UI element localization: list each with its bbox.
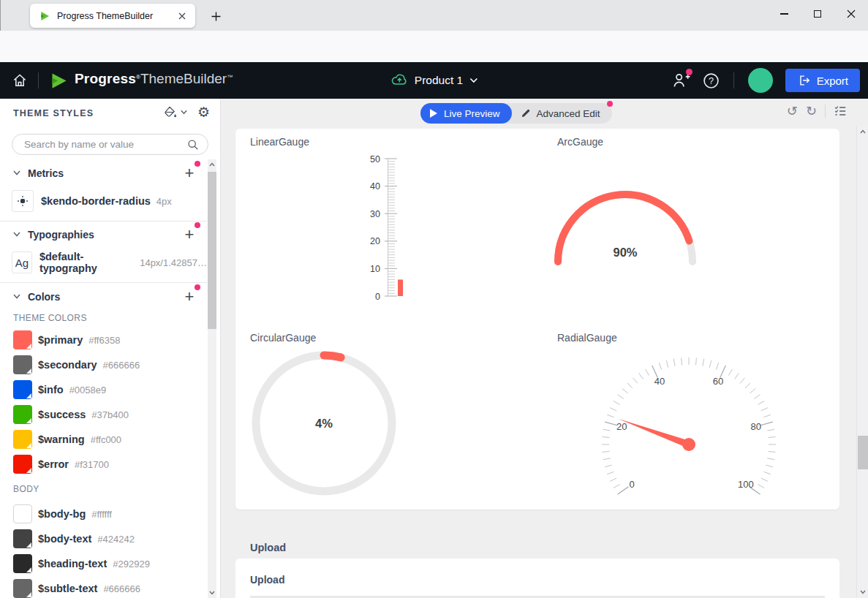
scrollbar-thumb[interactable] <box>858 436 868 469</box>
group-body-label: BODY <box>13 484 39 494</box>
color-swatch[interactable] <box>13 529 32 548</box>
advanced-edit-button[interactable]: Advanced Edit <box>512 103 612 124</box>
color-item-subtle-text[interactable]: $subtle-text#666666 <box>0 576 207 598</box>
color-name: $subtle-text <box>38 583 97 594</box>
svg-text:20: 20 <box>616 421 627 432</box>
circular-gauge-chart: 4% <box>247 347 401 500</box>
color-name: $error <box>38 458 69 470</box>
sidebar-search-input[interactable] <box>24 139 187 150</box>
window-minimize-button[interactable] <box>767 0 801 28</box>
scroll-down-icon[interactable] <box>209 591 215 595</box>
notification-dot <box>607 101 613 107</box>
chevron-down-icon[interactable] <box>13 170 20 175</box>
page-scrollbar[interactable] <box>856 126 868 598</box>
scroll-up-icon[interactable] <box>860 129 866 134</box>
section-colors[interactable]: Colors + <box>0 287 207 308</box>
svg-text:0: 0 <box>375 292 380 302</box>
typography-ag-icon: Ag <box>12 251 32 273</box>
color-swatch[interactable] <box>13 330 32 349</box>
browser-tab[interactable]: Progress ThemeBuilder <box>30 4 195 28</box>
color-name: $primary <box>38 334 83 346</box>
tab-title: Progress ThemeBuilder <box>57 11 175 21</box>
tab-close-icon[interactable] <box>175 9 189 23</box>
linear-gauge-title: LinearGauge <box>250 136 309 148</box>
svg-text:0: 0 <box>630 479 635 490</box>
color-swatch[interactable] <box>13 579 32 598</box>
svg-text:30: 30 <box>370 209 380 219</box>
color-swatch[interactable] <box>13 355 32 374</box>
color-item-secondary[interactable]: $secondary#666666 <box>0 352 207 377</box>
color-hex: #ffc000 <box>91 434 121 445</box>
scroll-up-icon[interactable] <box>209 162 215 167</box>
color-name: $heading-text <box>38 558 107 569</box>
color-hex: #f31700 <box>75 459 109 470</box>
new-tab-button[interactable] <box>205 6 226 26</box>
color-name: $body-text <box>38 533 91 545</box>
circular-gauge-title: CircularGauge <box>250 332 316 344</box>
header-divider <box>733 72 734 88</box>
export-button[interactable]: Export <box>785 69 860 92</box>
color-swatch[interactable] <box>13 554 32 573</box>
sidebar-search[interactable] <box>12 134 208 155</box>
color-item-body-text[interactable]: $body-text#424242 <box>0 526 207 551</box>
chevron-down-icon[interactable] <box>13 294 20 299</box>
search-icon <box>187 139 199 151</box>
color-name: $secondary <box>38 359 97 371</box>
gauges-preview-card: LinearGauge ArcGauge CircularGauge Radia… <box>235 129 839 510</box>
color-hex: #292929 <box>113 559 150 569</box>
svg-text:100: 100 <box>738 479 754 490</box>
color-item-error[interactable]: $error#f31700 <box>0 452 207 477</box>
paint-bucket-icon <box>163 105 177 119</box>
svg-text:4%: 4% <box>315 417 333 430</box>
cloud-sync-icon <box>390 72 408 89</box>
color-swatch[interactable] <box>13 504 32 523</box>
browser-toolbar: https://themebuilderapp.telerik.com/proj… <box>0 31 868 62</box>
user-avatar[interactable] <box>748 68 773 93</box>
settings-gear-icon[interactable]: ⚙ <box>197 105 210 119</box>
svg-text:10: 10 <box>370 264 380 274</box>
color-swatch[interactable] <box>13 380 32 399</box>
metric-item-kendo-border-radius[interactable]: $kendo-border-radius 4px <box>0 189 207 213</box>
product-selector[interactable]: Product 1 <box>390 72 478 89</box>
scroll-down-icon[interactable] <box>860 590 866 594</box>
tab-favicon-progress-logo-icon <box>39 10 50 22</box>
upload-preview-card: Upload <box>235 559 839 598</box>
scrollbar-thumb[interactable] <box>208 172 216 329</box>
apply-color-dropdown[interactable] <box>163 105 187 119</box>
notification-dot <box>195 161 200 167</box>
help-icon[interactable]: ? <box>703 72 720 89</box>
svg-text:60: 60 <box>713 376 723 387</box>
svg-text:80: 80 <box>751 421 761 432</box>
upload-section-heading: Upload <box>250 542 286 553</box>
color-hex: #0058e9 <box>69 385 107 395</box>
window-maximize-button[interactable] <box>801 0 834 28</box>
color-item-warning[interactable]: $warning#ffc000 <box>0 427 207 452</box>
notification-dot <box>195 222 200 228</box>
app-home-icon[interactable] <box>12 72 28 88</box>
undo-icon[interactable]: ↺ <box>787 105 798 118</box>
chevron-down-icon[interactable] <box>13 232 20 237</box>
typography-item-default[interactable]: Ag $default-typography 14px/1.428571… <box>0 250 207 275</box>
brand-themebuilder: ThemeBuilder <box>140 71 227 87</box>
color-item-info[interactable]: $info#0058e9 <box>0 377 207 402</box>
checklist-icon[interactable] <box>834 105 847 118</box>
color-swatch[interactable] <box>13 455 32 474</box>
arc-gauge-title: ArcGauge <box>557 136 603 148</box>
preview-mode-toggle: Live Preview Advanced Edit <box>420 103 612 124</box>
color-swatch[interactable] <box>13 405 32 424</box>
color-item-body-bg[interactable]: $body-bg#ffffff <box>0 502 207 526</box>
section-typographies[interactable]: Typographies + <box>0 225 207 246</box>
theme-styles-sidebar: THEME STYLES ⚙ Metrics + $kendo-border-r… <box>0 99 221 598</box>
section-metrics[interactable]: Metrics + <box>0 164 207 184</box>
window-close-button[interactable] <box>834 0 868 28</box>
color-item-heading-text[interactable]: $heading-text#292929 <box>0 551 207 576</box>
live-preview-button[interactable]: Live Preview <box>420 103 512 124</box>
sidebar-scrollbar[interactable] <box>208 159 216 598</box>
color-item-primary[interactable]: $primary#ff6358 <box>0 328 207 352</box>
window-controls <box>767 0 868 28</box>
svg-text:50: 50 <box>370 154 380 164</box>
redo-icon[interactable]: ↻ <box>806 105 817 118</box>
color-swatch[interactable] <box>13 430 32 449</box>
invite-user-icon[interactable] <box>672 72 690 89</box>
color-item-success[interactable]: $success#37b400 <box>0 402 207 427</box>
